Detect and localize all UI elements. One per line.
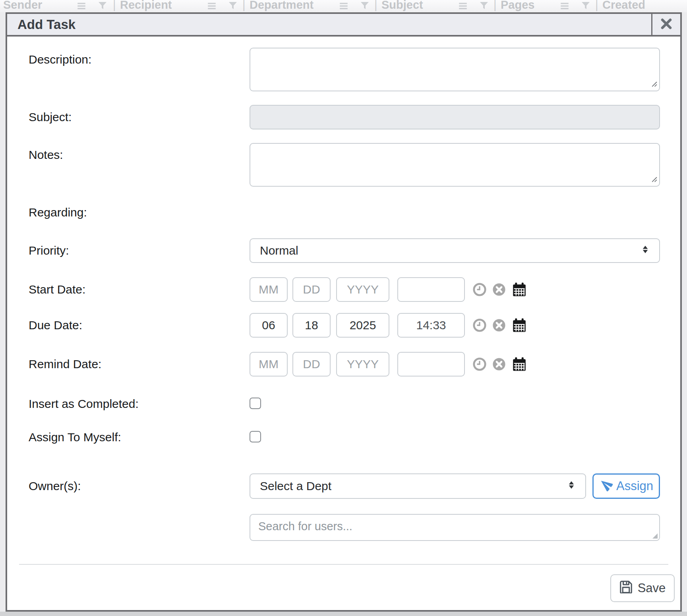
remind-date-row: Remind Date: bbox=[29, 352, 660, 377]
user-search-row bbox=[29, 514, 660, 541]
assign-button-label: Assign bbox=[616, 479, 653, 493]
notes-row: Notes: bbox=[29, 143, 660, 187]
due-date-actions bbox=[473, 318, 527, 333]
filter-icon bbox=[360, 1, 370, 12]
clock-icon[interactable] bbox=[473, 319, 486, 332]
insert-completed-label: Insert as Completed: bbox=[29, 397, 250, 411]
menu-icon bbox=[76, 1, 87, 12]
bg-col-department: Department bbox=[250, 0, 314, 12]
bg-separator: | bbox=[374, 0, 377, 12]
save-button[interactable]: Save bbox=[610, 574, 675, 602]
dialog-title: Add Task bbox=[7, 17, 75, 32]
close-icon bbox=[660, 18, 672, 31]
notes-label: Notes: bbox=[29, 143, 250, 162]
notes-input[interactable] bbox=[250, 144, 659, 186]
resize-grip-icon[interactable] bbox=[650, 80, 657, 89]
close-button[interactable] bbox=[651, 14, 680, 35]
subject-row: Subject: bbox=[29, 105, 660, 129]
menu-icon bbox=[207, 1, 217, 12]
due-date-row: Due Date: bbox=[29, 313, 660, 338]
add-task-dialog: Add Task Description: Subject: Notes: bbox=[6, 12, 682, 612]
due-month-input[interactable] bbox=[250, 313, 288, 338]
remind-month-input[interactable] bbox=[250, 352, 288, 377]
due-day-input[interactable] bbox=[292, 313, 331, 338]
start-date-row: Start Date: bbox=[29, 277, 660, 302]
page-background-bottom bbox=[0, 612, 687, 616]
clear-icon[interactable] bbox=[492, 319, 506, 332]
bg-separator: | bbox=[242, 0, 246, 12]
menu-icon bbox=[559, 1, 570, 12]
clear-icon[interactable] bbox=[492, 283, 506, 296]
assign-myself-row: Assign To Myself: bbox=[29, 428, 660, 446]
save-button-label: Save bbox=[638, 581, 666, 595]
remind-date-actions bbox=[473, 357, 527, 372]
resize-corner-icon[interactable] bbox=[652, 533, 658, 539]
remind-date-label: Remind Date: bbox=[29, 357, 250, 371]
due-date-fields bbox=[250, 313, 660, 338]
assign-button[interactable]: Assign bbox=[592, 473, 660, 499]
description-row: Description: bbox=[29, 48, 660, 91]
chevron-up-down-icon bbox=[639, 243, 651, 258]
paper-plane-icon bbox=[599, 478, 613, 494]
priority-label: Priority: bbox=[29, 244, 250, 257]
bg-col-pages: Pages bbox=[501, 0, 534, 12]
dialog-footer: Save bbox=[19, 564, 668, 602]
resize-grip-icon[interactable] bbox=[650, 176, 657, 184]
bg-col-subject: Subject bbox=[381, 0, 423, 12]
dialog-body: Description: Subject: Notes: Regarding: bbox=[7, 37, 680, 602]
remind-year-input[interactable] bbox=[336, 352, 389, 377]
start-date-actions bbox=[473, 282, 527, 297]
user-search-wrap bbox=[250, 514, 660, 541]
assign-myself-label: Assign To Myself: bbox=[29, 431, 250, 444]
start-year-input[interactable] bbox=[336, 277, 389, 302]
due-time-input[interactable] bbox=[397, 313, 465, 338]
start-date-fields bbox=[250, 277, 660, 302]
bg-separator: | bbox=[113, 0, 116, 12]
filter-icon bbox=[479, 1, 489, 12]
regarding-label: Regarding: bbox=[29, 206, 250, 219]
menu-icon bbox=[458, 1, 468, 12]
subject-input bbox=[250, 105, 660, 129]
remind-time-input[interactable] bbox=[397, 352, 465, 377]
start-month-input[interactable] bbox=[250, 277, 288, 302]
description-field-wrap bbox=[250, 48, 660, 91]
dialog-header: Add Task bbox=[7, 14, 680, 37]
calendar-icon[interactable] bbox=[512, 282, 527, 297]
owners-row: Owner(s): Select a Dept Assign bbox=[29, 473, 660, 499]
priority-selected-value: Normal bbox=[260, 244, 298, 257]
clear-icon[interactable] bbox=[492, 357, 506, 371]
floppy-disk-icon bbox=[619, 580, 633, 597]
regarding-row: Regarding: bbox=[29, 200, 660, 225]
department-selected-value: Select a Dept bbox=[260, 479, 331, 493]
description-label: Description: bbox=[29, 48, 250, 66]
description-input[interactable] bbox=[250, 48, 659, 91]
menu-icon bbox=[339, 1, 349, 12]
background-table-header: Sender | Recipient | Department | Subjec… bbox=[0, 0, 687, 12]
priority-select[interactable]: Normal bbox=[250, 238, 660, 263]
due-year-input[interactable] bbox=[336, 313, 389, 338]
assign-myself-checkbox[interactable] bbox=[250, 431, 261, 442]
remind-day-input[interactable] bbox=[292, 352, 331, 377]
filter-icon bbox=[581, 1, 590, 12]
clock-icon[interactable] bbox=[473, 357, 486, 371]
insert-completed-checkbox[interactable] bbox=[250, 398, 261, 409]
user-search-input[interactable] bbox=[250, 515, 659, 540]
owners-label: Owner(s): bbox=[29, 479, 250, 493]
start-day-input[interactable] bbox=[292, 277, 331, 302]
department-select[interactable]: Select a Dept bbox=[250, 473, 586, 499]
bg-col-recipient: Recipient bbox=[120, 0, 172, 12]
remind-date-fields bbox=[250, 352, 660, 377]
clock-icon[interactable] bbox=[473, 283, 486, 296]
filter-icon bbox=[98, 1, 107, 12]
calendar-icon[interactable] bbox=[512, 357, 527, 372]
bg-separator: | bbox=[595, 0, 598, 12]
start-time-input[interactable] bbox=[397, 277, 465, 302]
assign-myself-field bbox=[250, 431, 660, 444]
filter-icon bbox=[228, 1, 238, 12]
calendar-icon[interactable] bbox=[512, 318, 527, 333]
bg-col-created: Created bbox=[602, 0, 645, 12]
bg-separator: | bbox=[493, 0, 497, 12]
owners-fields: Select a Dept Assign bbox=[250, 473, 660, 499]
notes-field-wrap bbox=[250, 143, 660, 187]
bg-col-sender: Sender bbox=[3, 0, 42, 12]
